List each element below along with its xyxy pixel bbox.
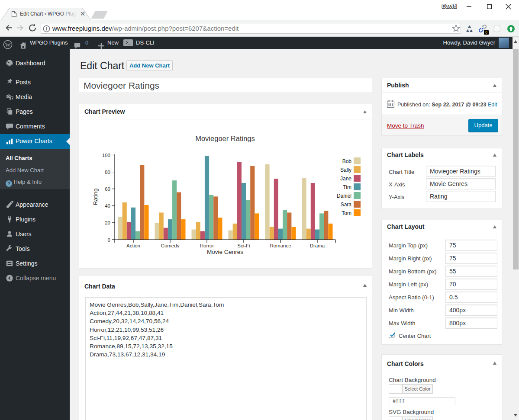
svg-text:Bob: Bob — [342, 158, 352, 164]
svg-text:Romance: Romance — [270, 243, 291, 248]
svg-text:Action: Action — [126, 243, 140, 248]
svg-text:40: 40 — [105, 203, 110, 208]
svg-text:0: 0 — [108, 237, 110, 243]
svg-text:Jane: Jane — [340, 176, 351, 182]
svg-text:Comedy: Comedy — [161, 243, 180, 248]
svg-text:Moviegoer Ratings: Moviegoer Ratings — [195, 135, 255, 142]
svg-text:Daniel: Daniel — [337, 193, 351, 199]
svg-text:W: W — [5, 42, 11, 48]
svg-text:80: 80 — [105, 170, 110, 175]
svg-text:20: 20 — [105, 220, 110, 225]
svg-text:Movie Genres: Movie Genres — [207, 249, 243, 255]
svg-text:Tom: Tom — [342, 210, 351, 216]
svg-text:Rating: Rating — [92, 188, 99, 205]
svg-text:Tim: Tim — [343, 184, 351, 190]
svg-text:Sara: Sara — [341, 202, 352, 208]
svg-text:60: 60 — [105, 186, 110, 192]
svg-text:Sally: Sally — [340, 167, 351, 173]
svg-text:Sci-Fi: Sci-Fi — [237, 243, 250, 248]
svg-text:100: 100 — [102, 153, 110, 158]
svg-text:Horror: Horror — [200, 243, 214, 248]
svg-text:Drama: Drama — [310, 243, 325, 248]
